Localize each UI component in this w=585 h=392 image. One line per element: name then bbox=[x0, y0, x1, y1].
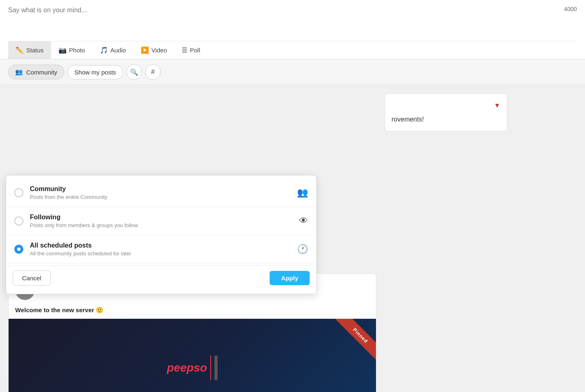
main-content: Community Posts from the entire Communit… bbox=[0, 85, 585, 392]
music-icon: 🎵 bbox=[100, 46, 108, 54]
tab-poll-label: Poll bbox=[190, 47, 200, 54]
promo-card-header: ▼ bbox=[392, 100, 500, 111]
logo-divider bbox=[210, 356, 211, 380]
option-scheduled-text: All scheduled posts All the community po… bbox=[30, 242, 290, 257]
dropdown-arrow-icon[interactable]: ▼ bbox=[494, 100, 500, 111]
option-scheduled-title: All scheduled posts bbox=[30, 242, 290, 249]
promo-text: rovements! bbox=[392, 114, 500, 125]
composer-section: 4000 ✏️ Status 📷 Photo 🎵 Audio ▶️ Video … bbox=[0, 0, 585, 59]
tab-video-label: Video bbox=[151, 47, 167, 54]
char-count: 4000 bbox=[564, 6, 577, 12]
peepso-logo: peepso bbox=[167, 361, 207, 374]
tab-audio-label: Audio bbox=[110, 47, 126, 54]
following-option-icon: 👁 bbox=[299, 216, 308, 226]
tab-photo-label: Photo bbox=[69, 47, 85, 54]
community-option-icon: 👥 bbox=[297, 187, 308, 198]
post-title: Welcome to the new server 🙂 bbox=[9, 306, 376, 319]
tab-status[interactable]: ✏️ Status bbox=[8, 41, 51, 59]
tab-photo[interactable]: 📷 Photo bbox=[51, 41, 92, 59]
tab-video[interactable]: ▶️ Video bbox=[133, 41, 174, 59]
right-sidebar: ▼ rovements! bbox=[385, 93, 507, 392]
composer-tabs: ✏️ Status 📷 Photo 🎵 Audio ▶️ Video ☰ Pol… bbox=[8, 41, 577, 59]
filter-bar: 👥 Community Show my posts 🔍 # bbox=[0, 59, 585, 85]
promo-card: ▼ rovements! bbox=[385, 93, 507, 131]
dropdown-footer: Cancel Apply bbox=[6, 265, 316, 291]
radio-following[interactable] bbox=[14, 216, 23, 225]
community-filter-btn[interactable]: 👥 Community bbox=[8, 65, 64, 79]
option-community[interactable]: Community Posts from the entire Communit… bbox=[6, 179, 316, 207]
community-filter-icon: 👥 bbox=[15, 68, 23, 76]
filter-dropdown: Community Posts from the entire Communit… bbox=[6, 175, 317, 294]
option-following[interactable]: Following Posts only from members & grou… bbox=[6, 207, 316, 235]
tab-status-label: Status bbox=[26, 47, 44, 54]
search-icon: 🔍 bbox=[130, 68, 138, 76]
camera-icon: 📷 bbox=[59, 46, 67, 54]
cancel-button[interactable]: Cancel bbox=[13, 270, 51, 286]
tab-audio[interactable]: 🎵 Audio bbox=[92, 41, 133, 59]
community-filter-label: Community bbox=[26, 69, 57, 76]
option-community-desc: Posts from the entire Community bbox=[30, 194, 290, 200]
hashtag-filter-btn[interactable]: # bbox=[145, 64, 161, 80]
post-image: peepso Pinned bbox=[9, 319, 376, 392]
hashtag-icon: # bbox=[151, 68, 155, 76]
post-input[interactable] bbox=[8, 7, 577, 35]
list-icon: ☰ bbox=[182, 46, 187, 54]
option-scheduled[interactable]: All scheduled posts All the community po… bbox=[6, 235, 316, 264]
apply-button[interactable]: Apply bbox=[270, 271, 310, 285]
server-image-content bbox=[214, 356, 218, 380]
option-community-title: Community bbox=[30, 185, 290, 193]
tab-poll[interactable]: ☰ Poll bbox=[174, 41, 207, 59]
show-my-posts-label: Show my posts bbox=[74, 69, 116, 76]
post-image-inner: peepso bbox=[9, 319, 376, 392]
option-scheduled-desc: All the community posts scheduled for la… bbox=[30, 250, 290, 257]
option-following-desc: Posts only from members & groups you fol… bbox=[30, 222, 292, 228]
radio-scheduled[interactable] bbox=[14, 245, 23, 254]
feed-area: Community Posts from the entire Communit… bbox=[8, 93, 376, 392]
option-following-title: Following bbox=[30, 214, 292, 221]
option-community-text: Community Posts from the entire Communit… bbox=[30, 185, 290, 200]
scheduled-option-icon: 🕐 bbox=[297, 244, 308, 255]
show-my-posts-btn[interactable]: Show my posts bbox=[68, 65, 123, 79]
option-following-text: Following Posts only from members & grou… bbox=[30, 214, 292, 228]
video-icon: ▶️ bbox=[141, 46, 149, 54]
radio-community[interactable] bbox=[14, 188, 23, 197]
server-bar-1 bbox=[214, 356, 218, 380]
pencil-icon: ✏️ bbox=[16, 46, 24, 54]
search-filter-btn[interactable]: 🔍 bbox=[126, 64, 142, 80]
